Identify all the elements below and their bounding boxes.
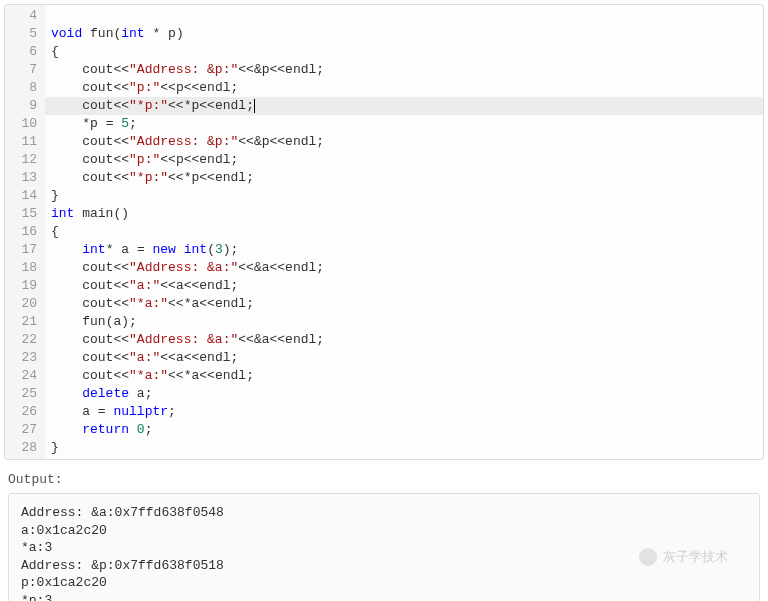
line-number: 12	[5, 151, 37, 169]
line-number: 28	[5, 439, 37, 457]
code-line[interactable]: cout<<"Address: &a:"<<&a<<endl;	[45, 331, 763, 349]
line-number: 15	[5, 205, 37, 223]
line-number: 10	[5, 115, 37, 133]
code-line[interactable]: cout<<"*p:"<<*p<<endl;	[45, 169, 763, 187]
line-number: 19	[5, 277, 37, 295]
code-line[interactable]: cout<<"p:"<<p<<endl;	[45, 151, 763, 169]
code-line[interactable]: int main()	[45, 205, 763, 223]
line-number: 14	[5, 187, 37, 205]
output-label: Output:	[8, 472, 760, 487]
line-number: 8	[5, 79, 37, 97]
code-line[interactable]: fun(a);	[45, 313, 763, 331]
line-number: 17	[5, 241, 37, 259]
line-number: 11	[5, 133, 37, 151]
code-line[interactable]: cout<<"*a:"<<*a<<endl;	[45, 367, 763, 385]
code-line[interactable]: }	[45, 187, 763, 205]
code-line[interactable]: void fun(int * p)	[45, 25, 763, 43]
line-number: 6	[5, 43, 37, 61]
line-number: 24	[5, 367, 37, 385]
code-editor-body: 4567891011121314151617181920212223242526…	[5, 5, 763, 459]
watermark-icon	[639, 548, 657, 566]
code-line[interactable]: *p = 5;	[45, 115, 763, 133]
code-line[interactable]: cout<<"a:"<<a<<endl;	[45, 349, 763, 367]
line-number: 5	[5, 25, 37, 43]
line-number: 18	[5, 259, 37, 277]
code-content[interactable]: void fun(int * p){ cout<<"Address: &p:"<…	[45, 5, 763, 459]
line-number: 7	[5, 61, 37, 79]
code-line[interactable]: cout<<"*a:"<<*a<<endl;	[45, 295, 763, 313]
line-number: 26	[5, 403, 37, 421]
line-number-gutter: 4567891011121314151617181920212223242526…	[5, 5, 45, 459]
line-number: 4	[5, 7, 37, 25]
watermark-text: 灰子学技术	[663, 548, 728, 566]
output-console: Address: &a:0x7ffd638f0548 a:0x1ca2c20 *…	[8, 493, 760, 601]
line-number: 23	[5, 349, 37, 367]
code-line[interactable]: }	[45, 439, 763, 457]
line-number: 16	[5, 223, 37, 241]
code-line[interactable]: a = nullptr;	[45, 403, 763, 421]
code-editor[interactable]: 4567891011121314151617181920212223242526…	[4, 4, 764, 460]
code-line[interactable]: cout<<"Address: &p:"<<&p<<endl;	[45, 133, 763, 151]
code-line[interactable]: int* a = new int(3);	[45, 241, 763, 259]
text-cursor	[254, 99, 255, 113]
watermark: 灰子学技术	[639, 548, 728, 566]
line-number: 22	[5, 331, 37, 349]
line-number: 13	[5, 169, 37, 187]
line-number: 9	[5, 97, 37, 115]
code-line[interactable]: cout<<"*p:"<<*p<<endl;	[45, 97, 763, 115]
code-line[interactable]: cout<<"Address: &p:"<<&p<<endl;	[45, 61, 763, 79]
line-number: 20	[5, 295, 37, 313]
code-line[interactable]: {	[45, 43, 763, 61]
code-line[interactable]: cout<<"Address: &a:"<<&a<<endl;	[45, 259, 763, 277]
line-number: 27	[5, 421, 37, 439]
line-number: 25	[5, 385, 37, 403]
code-line[interactable]: delete a;	[45, 385, 763, 403]
code-line[interactable]	[45, 7, 763, 25]
line-number: 21	[5, 313, 37, 331]
code-line[interactable]: return 0;	[45, 421, 763, 439]
code-line[interactable]: {	[45, 223, 763, 241]
code-line[interactable]: cout<<"a:"<<a<<endl;	[45, 277, 763, 295]
code-line[interactable]: cout<<"p:"<<p<<endl;	[45, 79, 763, 97]
